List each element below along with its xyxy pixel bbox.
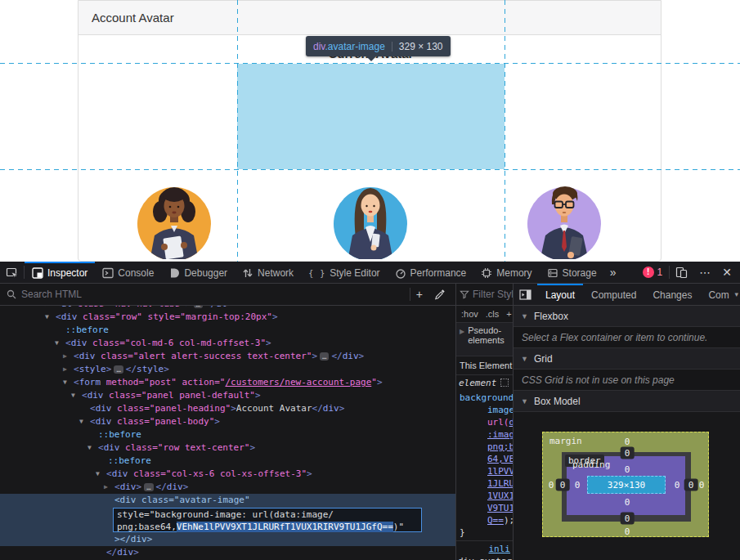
tab-label: Style Editor — [330, 267, 379, 279]
pick-element-button[interactable] — [0, 262, 24, 283]
markup-line[interactable]: ▼<form method="post" action="/customers/… — [0, 376, 455, 389]
filter-styles-input[interactable]: Filter Styl — [456, 284, 514, 305]
tab-performance[interactable]: Performance — [388, 262, 474, 283]
element-size-tooltip: div.avatar-image 329 × 130 — [306, 36, 451, 56]
tab-computed[interactable]: Computed — [583, 284, 644, 305]
tab-style-editor[interactable]: { } Style Editor — [301, 262, 387, 283]
rule-source-link[interactable]: inli — [456, 543, 513, 555]
markup-line[interactable]: <div class="panel-heading">Account Avata… — [0, 402, 455, 415]
border-bottom-value[interactable]: 0 — [621, 513, 635, 525]
box-model-section-header[interactable]: ▼ Box Model — [514, 391, 740, 412]
markup-line[interactable]: ▼<div class="col-md-6 col-md-offset-3"> — [0, 337, 455, 350]
markup-line[interactable]: ::before — [0, 428, 455, 441]
border-left-value[interactable]: 0 — [556, 479, 570, 491]
collapse-arrow-icon[interactable]: ▼ — [55, 337, 59, 350]
filter-placeholder: Filter Styl — [473, 289, 514, 300]
margin-bottom-value[interactable]: 0 — [625, 526, 630, 537]
console-icon — [102, 267, 114, 279]
collapse-arrow-icon[interactable]: ▼ — [63, 376, 67, 389]
padding-right-value[interactable]: 0 — [675, 480, 680, 491]
guide-line-top — [0, 63, 740, 64]
tab-label: Computed — [591, 289, 636, 301]
tab-compatibility[interactable]: Com — [700, 284, 737, 305]
rule-selector[interactable]: div.avatar- — [456, 555, 513, 560]
expand-arrow-icon[interactable]: ▶ — [104, 481, 108, 494]
tab-inspector[interactable]: Inspector — [25, 262, 95, 283]
error-badge-icon[interactable]: ! — [643, 267, 654, 278]
responsive-design-mode-button[interactable] — [670, 262, 693, 283]
markup-line[interactable]: <div class="avatar-image" — [0, 494, 455, 507]
margin-top-value[interactable]: 0 — [625, 437, 630, 447]
avatar-man-glasses[interactable] — [525, 173, 603, 259]
markup-line[interactable]: ::before — [0, 455, 455, 468]
collapse-arrow-icon[interactable]: ▼ — [71, 389, 75, 402]
padding-top-value[interactable]: 0 — [625, 464, 630, 475]
markup-line[interactable]: </div> — [0, 546, 455, 559]
this-element-label: This Element — [456, 356, 513, 375]
attribute-edit-box[interactable]: style="background-image: url(data:image/… — [113, 508, 422, 532]
markup-line[interactable]: ▶<div class="alert alert-success text-ce… — [0, 350, 455, 363]
highlight-selector-icon[interactable] — [500, 379, 509, 387]
markup-line[interactable]: ▶<style>…</style> — [0, 363, 455, 376]
collapse-arrow-icon[interactable]: ▼ — [79, 415, 83, 428]
collapse-sidebar-button[interactable] — [514, 284, 537, 305]
markup-line[interactable]: ▼<div class="panel panel-default"> — [0, 389, 455, 402]
flexbox-message: Select a Flex container or item to conti… — [514, 327, 740, 348]
grid-section-header[interactable]: ▼ Grid — [514, 348, 740, 370]
class-toggle[interactable]: .cls — [486, 309, 500, 319]
guide-line-right — [505, 0, 505, 262]
add-rule-button[interactable]: + — [506, 309, 511, 319]
markup-line[interactable]: ▼<div class="panel-body"> — [0, 415, 455, 428]
markup-line[interactable]: ▼<div class="row text-center"> — [0, 441, 455, 455]
tab-label: Changes — [653, 289, 692, 301]
collapse-arrow-icon[interactable]: ▼ — [96, 468, 100, 481]
guide-line-bottom — [0, 169, 740, 170]
pseudo-elements-section[interactable]: ▶ Pseudo-elements — [456, 323, 513, 356]
markup-line[interactable]: ▼<div class="col-xs-6 col-xs-offset-3"> — [0, 468, 455, 481]
tab-layout[interactable]: Layout — [537, 284, 583, 305]
margin-right-value[interactable]: 0 — [699, 480, 705, 491]
tab-changes[interactable]: Changes — [644, 284, 700, 305]
more-tabs-button[interactable]: » — [604, 262, 622, 283]
devtools-menu-button[interactable]: ⋯ — [693, 262, 716, 283]
box-model-title: Box Model — [534, 396, 581, 407]
tab-storage[interactable]: Storage — [540, 262, 604, 283]
inline-style-selector[interactable]: element — [456, 375, 513, 392]
margin-left-value[interactable]: 0 — [549, 480, 554, 491]
markup-line[interactable]: ></div> — [0, 533, 455, 546]
tab-network[interactable]: Network — [235, 262, 301, 283]
tab-console[interactable]: Console — [95, 262, 161, 283]
flexbox-section-header[interactable]: ▼ Flexbox — [514, 306, 740, 327]
expand-arrow-icon[interactable]: ▶ — [63, 363, 67, 376]
padding-bottom-value[interactable]: 0 — [625, 497, 630, 508]
border-top-value[interactable]: 0 — [621, 447, 635, 459]
twisty-icon: ▼ — [521, 397, 528, 405]
tab-label: Com — [708, 289, 729, 301]
tab-debugger[interactable]: Debugger — [161, 262, 235, 283]
markup-line[interactable]: ::before — [0, 324, 455, 337]
tooltip-arrow — [366, 56, 376, 61]
avatar-woman-tablet[interactable] — [135, 173, 213, 259]
tab-memory[interactable]: Memory — [473, 262, 539, 283]
add-node-button[interactable]: + — [410, 288, 428, 301]
tab-overflow-caret-icon[interactable]: ▾ — [734, 290, 738, 298]
eyedropper-button[interactable] — [428, 289, 455, 300]
avatar-woman-phone[interactable] — [331, 173, 410, 259]
pseudo-class-toggle[interactable]: :hov — [461, 309, 478, 319]
border-right-value[interactable]: 0 — [684, 479, 698, 491]
markup-line[interactable]: ▼<div class="row" style="margin-top:20px… — [0, 311, 455, 324]
collapse-arrow-icon[interactable]: ▼ — [87, 441, 92, 455]
next-rule: inli div.avatar- — [456, 540, 513, 560]
close-devtools-button[interactable]: ✕ — [716, 262, 740, 283]
box-model-margin[interactable]: 329×130 margin border padding 0 0 0 0 0 … — [542, 432, 709, 537]
panel-heading: Account Avatar — [78, 1, 661, 35]
collapse-arrow-icon[interactable]: ▼ — [45, 311, 49, 324]
expand-arrow-icon[interactable]: ▶ — [63, 350, 67, 363]
padding-left-value[interactable]: 0 — [575, 480, 581, 491]
tab-label: Inspector — [47, 267, 87, 279]
box-model-content[interactable]: 329×130 — [587, 476, 666, 494]
search-html-input[interactable]: Search HTML — [0, 289, 410, 300]
search-placeholder: Search HTML — [21, 289, 82, 300]
css-property-name[interactable]: background- — [460, 392, 514, 403]
markup-line[interactable]: ▶<div>…</div> — [0, 481, 455, 494]
